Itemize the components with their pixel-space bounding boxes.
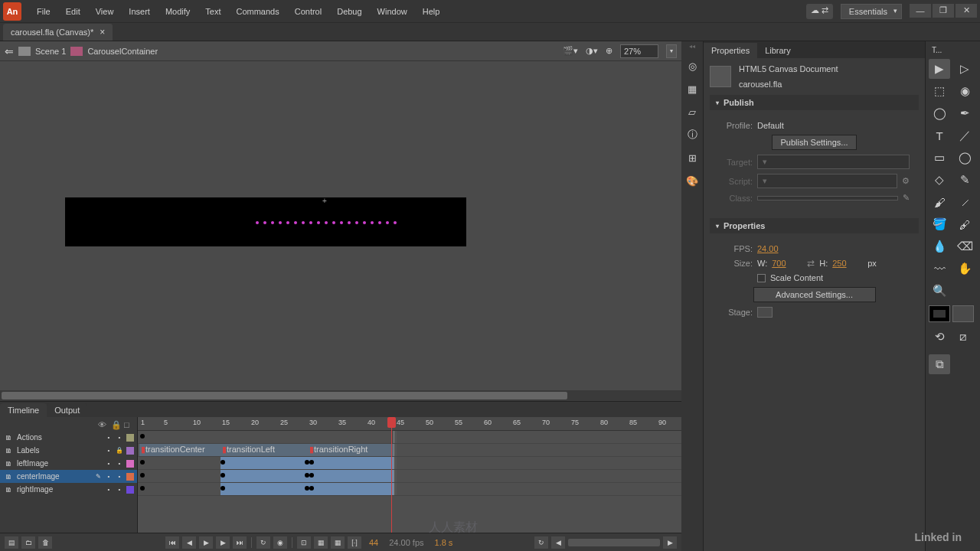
stage[interactable]: + [0,61,681,401]
text-tool[interactable]: T [929,126,950,145]
swap-colors-icon[interactable]: ⟲ [929,327,950,347]
clip-icon[interactable]: 🎬▾ [563,46,578,56]
properties-section-header[interactable]: Properties [710,218,919,233]
zoom-dropdown[interactable]: ▾ [666,44,677,58]
align2-icon[interactable]: ⊞ [684,150,700,165]
horizontal-scrollbar[interactable] [0,390,681,401]
play-button[interactable]: ▶ [199,536,213,549]
step-fwd-button[interactable]: ▶ [216,536,230,549]
back-arrow-icon[interactable]: ⇐ [5,45,14,57]
close-icon[interactable]: × [100,27,105,37]
width-value[interactable]: 700 [772,259,802,268]
paint-bucket-tool[interactable]: 🪣 [929,214,950,234]
layer-color[interactable] [126,473,134,481]
maximize-button[interactable]: ❐ [933,4,954,18]
advanced-settings-button[interactable]: Advanced Settings... [753,287,876,302]
info-icon[interactable]: ⓘ [684,127,700,142]
tab-output[interactable]: Output [47,403,87,417]
delete-layer-button[interactable]: 🗑 [38,536,52,549]
gear-icon[interactable]: ⚙ [902,176,910,186]
layer-labels[interactable]: 🗎 Labels •🔒 [0,444,137,457]
menu-control[interactable]: Control [287,4,329,19]
layer-color[interactable] [126,447,134,455]
menu-text[interactable]: Text [198,4,228,19]
frames-area[interactable]: 1 5 10 15 20 25 30 35 40 45 50 55 60 65 [138,417,681,533]
scene-name[interactable]: Scene 1 [35,47,66,56]
refresh-button[interactable]: ↻ [534,536,548,549]
symbol-name[interactable]: CarouselContainer [87,47,158,56]
color-icon[interactable]: 🎨 [684,173,700,188]
eraser-tool[interactable]: ⌫ [954,236,975,256]
playhead[interactable] [391,417,392,533]
selection-tool[interactable]: ▶ [929,59,950,79]
align-icon[interactable]: ◎ [684,58,700,73]
tools-tab[interactable]: T... [929,44,977,56]
menu-help[interactable]: Help [415,4,448,19]
layer-rightimage[interactable]: 🗎 rightImage •• [0,483,137,496]
layer-centerimage[interactable]: 🗎 centerImage ✎ •• [0,470,137,483]
menu-debug[interactable]: Debug [329,4,369,19]
lasso-tool[interactable]: ◯ [929,103,950,123]
scroll-left-button[interactable]: ◀ [551,536,565,549]
tab-library[interactable]: Library [757,43,799,58]
menu-window[interactable]: Window [370,4,415,19]
rectangle-tool[interactable]: ▭ [929,148,950,168]
zoom-input[interactable]: 27% [620,44,658,58]
class-input[interactable] [757,196,898,201]
tab-properties[interactable]: Properties [704,43,757,58]
center-icon[interactable]: ⊕ [606,46,612,56]
center-frame-button[interactable]: ⊡ [297,536,311,549]
width-tool[interactable]: 〰 [929,259,950,279]
current-frame[interactable]: 44 [364,538,383,547]
free-transform-tool[interactable]: ⬚ [929,81,950,101]
bone-tool[interactable]: ⟋ [954,192,975,212]
layer-color[interactable] [126,486,134,494]
fill-color[interactable] [952,305,974,322]
frame-ruler[interactable]: 1 5 10 15 20 25 30 35 40 45 50 55 60 65 [138,417,681,431]
goto-last-button[interactable]: ⏭ [233,536,247,549]
snap-to-objects-icon[interactable]: ⧉ [929,354,950,374]
menu-view[interactable]: View [88,4,122,19]
no-color-icon[interactable]: ⧄ [952,327,974,347]
close-button[interactable]: ✕ [956,4,977,18]
fps-display[interactable]: 24.00 fps [386,538,426,547]
frame-row[interactable] [138,431,681,444]
fps-value[interactable]: 24.00 [757,244,788,253]
transform-icon[interactable]: ▱ [684,104,700,119]
pencil-icon[interactable]: ✎ [903,193,910,203]
link-icon[interactable]: ⇄ [807,258,815,269]
step-back-button[interactable]: ◀ [182,536,196,549]
eye-icon[interactable]: 👁 [98,420,106,429]
hand-tool[interactable]: ✋ [954,259,975,279]
stroke-color[interactable] [929,305,950,322]
scale-content-checkbox[interactable] [757,274,766,282]
menu-modify[interactable]: Modify [158,4,198,19]
zoom-tool[interactable]: 🔍 [929,281,950,301]
oval-tool[interactable]: ◯ [954,148,975,168]
timeline-scrollbar[interactable] [568,539,660,546]
pen-tool[interactable]: ✒ [954,103,975,123]
snap-icon[interactable]: ◑▾ [586,46,598,56]
subselect-tool[interactable]: ▷ [954,59,975,79]
layer-color[interactable] [126,434,134,442]
stage-color-swatch[interactable] [757,307,773,318]
polystar-tool[interactable]: ◇ [929,170,950,190]
tab-timeline[interactable]: Timeline [0,403,47,417]
scroll-right-button[interactable]: ▶ [663,536,677,549]
minimize-button[interactable]: — [910,4,931,18]
workspace-selector[interactable]: Essentials [841,4,902,19]
frame-row[interactable] [138,457,681,470]
layer-color[interactable] [126,460,134,468]
onion-button[interactable]: ◉ [273,536,287,549]
layer-leftimage[interactable]: 🗎 leftImage •• [0,457,137,470]
frame-row[interactable] [138,483,681,496]
menu-edit[interactable]: Edit [58,4,88,19]
goto-first-button[interactable]: ⏮ [165,536,179,549]
outline-icon[interactable]: □ [124,420,132,429]
new-layer-button[interactable]: ▤ [5,536,18,549]
height-value[interactable]: 250 [832,259,863,268]
document-tab[interactable]: carousel.fla (Canvas)* × [3,24,113,41]
frame-row[interactable] [138,470,681,483]
line-tool[interactable]: ／ [954,126,975,145]
frame-row[interactable]: ▮transitionCenter ▮transitionLeft ▮trans… [138,444,681,457]
